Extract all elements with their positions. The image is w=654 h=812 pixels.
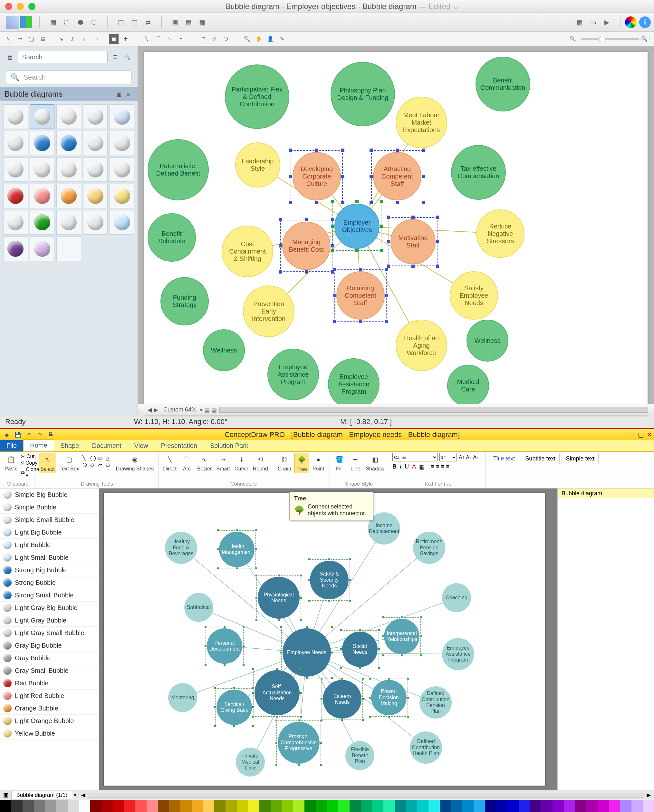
present-icon[interactable]: ▶ (601, 16, 613, 28)
font-select[interactable]: Calibri (393, 453, 437, 462)
color-swatch[interactable] (68, 800, 79, 812)
shape-swatch[interactable] (83, 184, 108, 208)
layout2-icon[interactable]: ▤ (182, 16, 195, 28)
color-swatch[interactable] (462, 800, 474, 812)
bubble[interactable]: Managing Benefit Cost (282, 222, 330, 270)
shape-swatch[interactable] (83, 157, 108, 182)
simple-style[interactable]: Simple text (562, 453, 599, 464)
point-button[interactable]: ●Point (311, 453, 325, 473)
shape-swatch[interactable] (3, 237, 28, 261)
bubble[interactable]: Meet Labour Market Expectations (396, 97, 447, 148)
shape-swatch[interactable] (3, 210, 28, 235)
bubble[interactable]: Cost Containment & Shifting (222, 226, 273, 277)
color-swatch[interactable] (90, 800, 101, 812)
minimize-icon[interactable] (17, 3, 24, 10)
conn3-icon[interactable]: ⤵ (79, 34, 89, 44)
picker-icon[interactable]: ✎ (277, 34, 287, 44)
search-icon[interactable]: 🔍 (123, 52, 132, 62)
drawshapes-button[interactable]: ◉Drawing Shapes (115, 453, 155, 473)
size-select[interactable]: 14 (439, 453, 457, 462)
undo-icon[interactable]: ↶ (24, 430, 34, 439)
shape-swatch[interactable] (30, 210, 55, 235)
color-swatch[interactable] (350, 800, 361, 812)
color-wheel-icon[interactable] (625, 17, 637, 28)
color-swatch[interactable] (553, 800, 564, 812)
colors-icon[interactable] (20, 16, 32, 28)
color-swatch[interactable] (180, 800, 192, 812)
ribbon-tab[interactable]: Home (23, 439, 54, 451)
color-swatch[interactable] (643, 800, 654, 812)
bubble[interactable]: Paternalistic: Defined Benefit (148, 139, 209, 200)
layout3-icon[interactable]: ▦ (196, 16, 208, 28)
bubble[interactable]: Funding Strategy (160, 277, 209, 326)
bubble[interactable]: Wellness (203, 329, 245, 371)
shape-list-item[interactable]: Yellow Bubble (0, 727, 99, 740)
bubble[interactable]: Prevention Early Intervention (243, 286, 295, 337)
color-swatch[interactable] (237, 800, 248, 812)
shape-swatch[interactable] (57, 184, 81, 208)
color-swatch[interactable] (214, 800, 226, 812)
color-swatch[interactable] (11, 800, 23, 812)
color-swatch[interactable] (530, 800, 541, 812)
bubble[interactable]: Defined Contribution Pension Plan (419, 686, 452, 719)
shape-swatch[interactable] (57, 157, 81, 182)
color-swatch[interactable] (406, 800, 417, 812)
color-swatch[interactable] (316, 800, 327, 812)
bubble[interactable]: Benefit Communication (475, 57, 530, 112)
print-icon[interactable]: 🖶 (46, 430, 55, 439)
shape-list-item[interactable]: Strong Big Bubble (0, 564, 99, 577)
bubble[interactable]: Benefit Schedule (148, 213, 196, 261)
color-swatch[interactable] (147, 800, 158, 812)
color-swatch[interactable] (259, 800, 270, 812)
ribbon-tab[interactable]: Solution Park (203, 440, 255, 451)
color-swatch[interactable] (34, 800, 45, 812)
tree-icon[interactable]: ⬚ (61, 16, 73, 28)
bubble[interactable]: Attracting Competent Staff (373, 152, 422, 200)
color-swatch[interactable] (372, 800, 384, 812)
line3-icon[interactable]: ∿ (165, 34, 175, 44)
color-swatch[interactable] (338, 800, 350, 812)
conn4-icon[interactable]: ⇢ (91, 34, 101, 44)
color-swatch[interactable] (417, 800, 428, 812)
list-icon[interactable]: ☰ (111, 52, 119, 62)
page-nav[interactable]: ‖ ◀ ▶ (141, 406, 160, 413)
bubble[interactable]: Sabbatical (184, 593, 213, 622)
shape-swatch[interactable] (30, 184, 55, 208)
ellipse-icon[interactable]: ◯ (26, 34, 36, 44)
zoom-icon[interactable] (28, 3, 35, 10)
hand-icon[interactable]: ✋ (254, 34, 264, 44)
shape-swatch[interactable] (57, 104, 81, 129)
color-bar[interactable] (0, 800, 654, 812)
fill-button[interactable]: 🪣Fill (332, 453, 346, 473)
color-swatch[interactable] (620, 800, 631, 812)
shape-swatch[interactable] (3, 157, 28, 182)
bubble[interactable]: Employee Assistance Program (442, 638, 474, 670)
color-swatch[interactable] (192, 800, 203, 812)
conn1-icon[interactable]: ↘ (56, 34, 66, 44)
bubble[interactable]: Private Medical Care (236, 748, 265, 777)
line-button[interactable]: ━Line (348, 453, 362, 473)
panel-icon[interactable]: ▤ (6, 52, 14, 62)
conn2-icon[interactable]: ⤴ (68, 34, 77, 44)
shape-list-item[interactable]: Simple Bubble (0, 501, 99, 514)
shape-swatch[interactable] (110, 184, 134, 208)
color-swatch[interactable] (327, 800, 338, 812)
select-button[interactable]: ↖Select (39, 453, 56, 473)
shape3-icon[interactable]: ⬡ (221, 34, 231, 44)
shape-swatch[interactable] (30, 157, 55, 182)
bubble[interactable]: Participative: Flex & Defined Contributi… (225, 64, 289, 129)
color-swatch[interactable] (226, 800, 237, 812)
color-swatch[interactable] (586, 800, 597, 812)
color-swatch[interactable] (395, 800, 406, 812)
shape-swatch[interactable] (83, 104, 108, 129)
bubble[interactable]: Retirement: Pension Savings (413, 532, 445, 564)
color-swatch[interactable] (248, 800, 259, 812)
color-swatch[interactable] (57, 800, 68, 812)
bubble[interactable]: Wellness (466, 320, 508, 361)
round-button[interactable]: ⟲Round (252, 453, 269, 473)
color-swatch[interactable] (597, 800, 609, 812)
line1-icon[interactable]: ╲ (142, 34, 151, 44)
layout-icon[interactable]: ▣ (169, 16, 181, 28)
shape-list-item[interactable]: Light Gray Big Bubble (0, 602, 99, 614)
color-swatch[interactable] (169, 800, 180, 812)
